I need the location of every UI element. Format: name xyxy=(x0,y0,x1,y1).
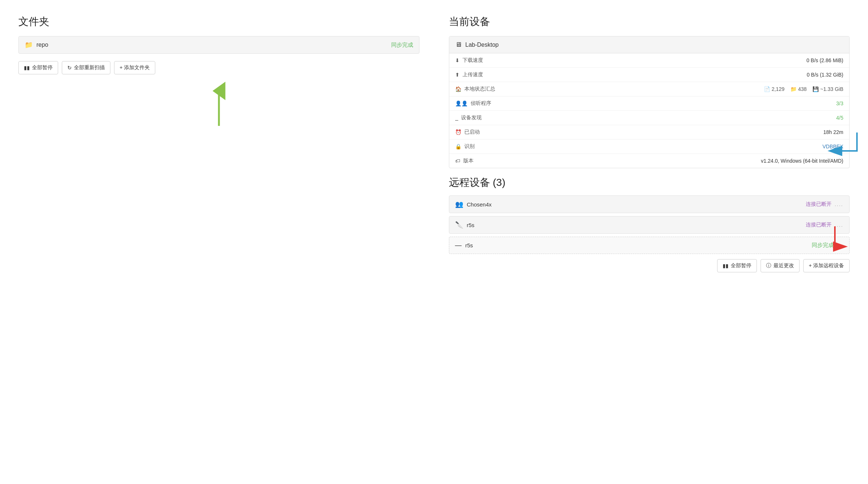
current-device-title: 当前设备 xyxy=(449,15,850,29)
add-folder-label: + 添加文件夹 xyxy=(120,64,150,71)
local-status-row: 🏠 本地状态汇总 📄 2,129 📁 438 xyxy=(449,82,850,96)
device-body: ⬇ 下载速度 0 B/s (2.86 MiB) ⬆ 上传速度 0 B/s (1.… xyxy=(449,53,850,168)
pause-all-label: 全部暂停 xyxy=(32,64,53,71)
local-icon: 🏠 xyxy=(455,86,461,92)
r5s1-icon: 🔪 xyxy=(455,221,463,229)
uptime-row: ⏰ 已启动 18h 22m xyxy=(449,125,850,139)
download-label: ⬇ 下载速度 xyxy=(455,57,483,64)
chosen4x-icon: 👥 xyxy=(455,200,463,208)
device-name: Lab-Desktop xyxy=(465,42,499,48)
size-item: 💾 ~1.33 GiB xyxy=(812,86,843,92)
rescan-all-button[interactable]: ↻ 全部重新扫描 xyxy=(62,61,110,74)
version-label: 🏷 版本 xyxy=(455,158,474,164)
listeners-value: 3/3 xyxy=(836,100,843,106)
disk-icon: 💾 xyxy=(812,86,819,92)
remote-device-r5s-2: ― r5s 同步完成 ... xyxy=(449,237,850,254)
chosen4x-status: 连接已断开 xyxy=(806,201,832,208)
r5s1-name: r5s xyxy=(467,222,475,228)
disk-size: ~1.33 GiB xyxy=(820,86,843,92)
discovery-row: ⎯ 设备发现 4/5 xyxy=(449,111,850,125)
upload-icon: ⬆ xyxy=(455,72,460,78)
device-header-icon: 🖥 xyxy=(455,41,462,49)
folders-item: 📁 438 xyxy=(790,86,807,92)
folder-item-left: 📁 repo xyxy=(25,41,48,49)
add-remote-label: + 添加远程设备 xyxy=(809,262,844,269)
discovery-value: 4/5 xyxy=(836,115,843,121)
folder-name: repo xyxy=(36,42,48,48)
current-device-card: 🖥 Lab-Desktop ⬇ 下载速度 0 B/s (2.86 MiB) ⬆ … xyxy=(449,36,850,168)
folder-item: 📁 repo 同步完成 xyxy=(18,36,419,54)
folder-count-icon: 📁 xyxy=(790,86,797,92)
folders-count: 438 xyxy=(798,86,807,92)
add-remote-button[interactable]: + 添加远程设备 xyxy=(803,259,850,272)
rescan-all-label: 全部重新扫描 xyxy=(74,64,105,71)
chosen4x-right: 连接已断开 .... xyxy=(806,201,843,208)
r5s2-left: ― r5s xyxy=(455,241,473,249)
remote-device-chosen4x: 👥 Chosen4x 连接已断开 .... xyxy=(449,195,850,213)
local-status-value: 📄 2,129 📁 438 💾 ~1.33 GiB xyxy=(764,86,843,92)
folder-button-row: ▮▮ 全部暂停 ↻ 全部重新扫描 + 添加文件夹 xyxy=(18,61,419,74)
green-arrow-icon xyxy=(208,85,230,130)
upload-label: ⬆ 上传速度 xyxy=(455,71,483,78)
info-icon: ⓘ xyxy=(766,262,771,269)
discovery-label: ⎯ 设备发现 xyxy=(455,114,482,121)
recent-changes-button[interactable]: ⓘ 最近更改 xyxy=(761,259,800,272)
file-icon: 📄 xyxy=(764,86,770,92)
r5s2-name: r5s xyxy=(465,242,473,248)
identity-label: 🔒 识别 xyxy=(455,143,475,150)
upload-speed-row: ⬆ 上传速度 0 B/s (1.32 GiB) xyxy=(449,68,850,82)
listeners-icon: 👤👤 xyxy=(455,100,468,106)
folder-sync-status: 同步完成 xyxy=(391,42,413,49)
pause-icon: ▮▮ xyxy=(24,65,30,71)
rescan-icon: ↻ xyxy=(67,65,72,71)
listeners-row: 👤👤 侦听程序 3/3 xyxy=(449,96,850,111)
green-arrow-area xyxy=(18,82,419,126)
device-header: 🖥 Lab-Desktop xyxy=(449,36,850,53)
upload-value: 0 B/s (1.32 GiB) xyxy=(807,72,843,78)
chosen4x-name: Chosen4x xyxy=(467,201,492,208)
version-icon: 🏷 xyxy=(455,158,460,164)
right-panel: 当前设备 🖥 Lab-Desktop ⬇ 下载速度 0 B/s (2.86 Mi… xyxy=(449,15,850,272)
chosen4x-dots: .... xyxy=(835,201,843,207)
r5s1-left: 🔪 r5s xyxy=(455,221,475,229)
folder-icon: 📁 xyxy=(25,41,33,49)
download-speed-row: ⬇ 下载速度 0 B/s (2.86 MiB) xyxy=(449,53,850,68)
local-summary: 📄 2,129 📁 438 💾 ~1.33 GiB xyxy=(764,86,843,92)
recent-changes-label: 最近更改 xyxy=(773,262,794,269)
remote-pause-label: 全部暂停 xyxy=(731,262,751,269)
left-title: 文件夹 xyxy=(18,15,419,29)
uptime-label: ⏰ 已启动 xyxy=(455,129,480,135)
local-status-label: 🏠 本地状态汇总 xyxy=(455,86,495,92)
files-item: 📄 2,129 xyxy=(764,86,784,92)
red-arrow-icon xyxy=(824,225,846,254)
remote-pause-all-button[interactable]: ▮▮ 全部暂停 xyxy=(717,259,757,272)
add-folder-button[interactable]: + 添加文件夹 xyxy=(114,61,155,74)
remote-pause-icon: ▮▮ xyxy=(723,263,729,269)
identity-row: 🔒 识别 VDBBEX xyxy=(449,139,850,154)
remote-devices-title: 远程设备 (3) xyxy=(449,176,850,190)
remote-bottom-buttons: ▮▮ 全部暂停 ⓘ 最近更改 + 添加远程设备 xyxy=(449,259,850,272)
r5s2-icon: ― xyxy=(455,241,462,249)
files-count: 2,129 xyxy=(772,86,784,92)
left-panel: 文件夹 📁 repo 同步完成 ▮▮ 全部暂停 ↻ 全部重新扫描 + 添加文件夹 xyxy=(18,15,419,272)
blue-arrow-icon xyxy=(831,129,861,166)
download-icon: ⬇ xyxy=(455,57,460,63)
download-value: 0 B/s (2.86 MiB) xyxy=(807,57,843,63)
remote-device-r5s-1: 🔪 r5s 连接已断开 .... xyxy=(449,216,850,234)
listeners-label: 👤👤 侦听程序 xyxy=(455,100,491,107)
uptime-icon: ⏰ xyxy=(455,129,461,135)
pause-all-button[interactable]: ▮▮ 全部暂停 xyxy=(18,61,58,74)
discovery-icon: ⎯ xyxy=(455,115,458,121)
chosen4x-left: 👥 Chosen4x xyxy=(455,200,492,208)
version-row: 🏷 版本 v1.24.0, Windows (64-bit Intel/AMD) xyxy=(449,154,850,168)
identity-icon: 🔒 xyxy=(455,144,461,149)
